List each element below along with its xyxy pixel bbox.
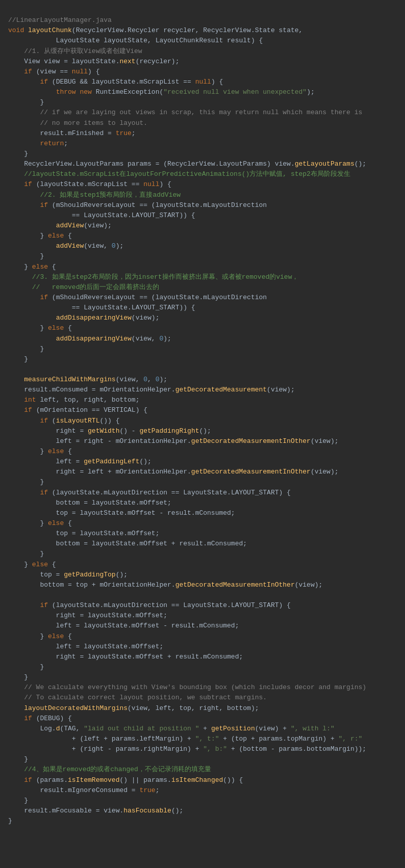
code-text: if xyxy=(40,601,48,609)
code-text: if xyxy=(24,715,32,722)
code-text: 0 xyxy=(143,376,147,383)
code-text xyxy=(8,704,24,712)
code-text: , xyxy=(147,376,156,383)
code-text: layoutDecoratedWithMargins xyxy=(24,704,128,712)
code-text: void xyxy=(8,27,24,34)
code-text: if xyxy=(40,417,48,425)
code-text: if xyxy=(24,68,32,75)
code-text: + xyxy=(199,725,211,732)
code-text: addView xyxy=(56,242,84,250)
code-text: layoutChunk xyxy=(28,27,72,34)
code-text: getDecoratedMeasurementInOther xyxy=(191,468,311,476)
code-text: getPosition xyxy=(211,725,255,732)
code-text: true xyxy=(116,129,132,137)
code-text: null xyxy=(72,68,88,75)
code-text: if xyxy=(40,78,48,86)
code-text: hasFocusable xyxy=(123,807,171,814)
code-text: getPaddingLeft xyxy=(84,458,139,465)
code-text: getPaddingTop xyxy=(64,571,115,578)
code-text: addDisappearingView xyxy=(56,335,132,343)
code-text xyxy=(8,119,40,127)
code-text: if xyxy=(40,489,48,496)
code-text: (TAG, xyxy=(60,725,84,732)
code-text: if xyxy=(24,180,32,188)
code-text: //2. 如果是step1预布局阶段，直接addView xyxy=(40,191,181,199)
code-text: else xyxy=(48,633,64,640)
code-text: { left = layoutState.mOffset; right = la… xyxy=(8,633,243,692)
code-text: if xyxy=(24,776,32,784)
code-text: ", b:" xyxy=(203,745,227,753)
code-text: (DEBUG && layoutState.mScrapList == xyxy=(48,78,195,86)
code-text: addDisappearingView xyxy=(56,314,132,322)
code-text: if xyxy=(40,201,48,209)
code-text: // To calculate correct layout position,… xyxy=(24,694,267,701)
code-text: int xyxy=(24,396,36,404)
code-text xyxy=(8,201,40,209)
code-text: measureChildWithMargins xyxy=(24,376,115,383)
code-text: next xyxy=(119,58,135,65)
code-text: else xyxy=(48,448,64,455)
code-text: null xyxy=(143,180,159,188)
code-text: (view, xyxy=(84,242,112,250)
code-text: + (right - params.rightMargin) + xyxy=(8,745,203,753)
code-text: "received null view when unexpected" xyxy=(163,88,307,96)
code-text: getDecoratedMeasurementInOther xyxy=(175,581,295,589)
code-text: 0 xyxy=(112,242,116,250)
code-text: (view, xyxy=(132,335,160,343)
code-text: () || params. xyxy=(119,776,171,784)
code-text: true xyxy=(139,786,155,794)
code-text: getDecoratedMeasurementInOther xyxy=(191,437,311,445)
code-text: else xyxy=(48,232,64,240)
code-text: () - xyxy=(119,427,139,435)
code-text: // removed的后面一定会跟着挤出去的 xyxy=(32,283,160,291)
code-text: ( xyxy=(48,417,56,425)
code-text: if xyxy=(40,294,48,301)
code-text: // no more items to layout. xyxy=(40,119,147,127)
code-text: getPaddingRight xyxy=(139,427,199,435)
code-text: addView xyxy=(56,222,84,229)
code-text xyxy=(8,694,24,701)
code-text: View view = layoutState. xyxy=(8,58,119,65)
file-comment: //LinearLayoutManager.java xyxy=(8,16,112,24)
code-text: (view == xyxy=(32,68,72,75)
code-text: "laid out child at position " xyxy=(84,725,199,732)
code-text: getWidth xyxy=(88,427,119,435)
code-text xyxy=(24,27,28,34)
code-text: if xyxy=(24,406,32,414)
code-text: throw new xyxy=(56,88,92,96)
code-text: null xyxy=(195,78,211,86)
code-text: else xyxy=(32,263,48,271)
code-text xyxy=(8,294,40,301)
code-text: isItemChanged xyxy=(171,776,223,784)
code-text: (view) + xyxy=(255,725,291,732)
code-text: ", with l:" xyxy=(291,725,335,732)
code-text xyxy=(8,283,32,291)
code-text: result.mFinished = xyxy=(8,129,116,137)
code-text: else xyxy=(32,561,48,568)
code-text: ", r:" xyxy=(339,735,363,743)
code-text: else xyxy=(48,519,64,527)
code-text: // if we are laying out views in scrap, … xyxy=(40,109,362,116)
code-text: isLayoutRTL xyxy=(56,417,100,425)
code-text: else xyxy=(48,324,64,332)
code-text: (params. xyxy=(32,776,68,784)
code-text: //1. 从缓存中获取View或者创建View xyxy=(24,47,142,55)
code-text: //layoutState.mScrapList在layoutForPredic… xyxy=(24,170,350,178)
code-text: + (left + params.leftMargin) + xyxy=(8,735,195,743)
code-text: // We calculate everything with View's b… xyxy=(24,683,366,691)
code-text: + (top + params.topMargin) + xyxy=(219,735,338,743)
code-text xyxy=(8,180,24,188)
code-text: //3. 如果是step2布局阶段，因为insert操作而被挤出屏幕、或者被re… xyxy=(32,273,299,281)
code-text: RuntimeException( xyxy=(92,88,163,96)
code-text xyxy=(8,776,24,784)
code-text: 0 xyxy=(156,376,160,383)
code-editor: //LinearLayoutManager.java void layoutCh… xyxy=(8,5,397,826)
code-text: getLayoutParams xyxy=(295,160,355,168)
code-text: ", t:" xyxy=(195,735,219,743)
code-text: getDecoratedMeasurement xyxy=(175,386,267,393)
code-text: (layoutState.mScrapList == xyxy=(32,180,143,188)
code-text: isItemRemoved xyxy=(68,776,119,784)
code-text: return xyxy=(40,140,64,147)
code-text: (view, xyxy=(116,376,144,383)
code-text: //4、如果是removed的或者changed，不会记录消耗的填充量 xyxy=(24,766,211,773)
